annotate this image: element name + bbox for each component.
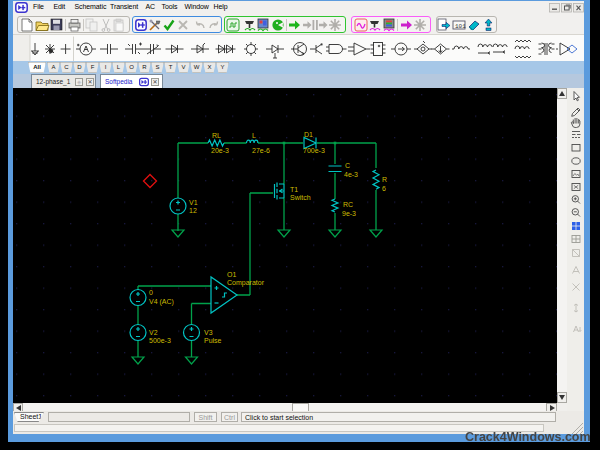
svg-text:9e-3: 9e-3: [342, 210, 356, 217]
svg-text:Switch: Switch: [290, 194, 311, 201]
svg-text:6: 6: [382, 185, 386, 192]
svg-text:Pulse: Pulse: [204, 337, 222, 344]
svg-text:O1: O1: [227, 271, 236, 278]
svg-text:V2: V2: [149, 329, 158, 336]
svg-text:27e-6: 27e-6: [252, 147, 270, 154]
svg-text:20e-3: 20e-3: [211, 147, 229, 154]
svg-text:0: 0: [149, 289, 153, 296]
svg-text:Comparator: Comparator: [227, 279, 265, 287]
svg-text:RC: RC: [343, 201, 353, 208]
svg-text:L: L: [252, 132, 256, 139]
svg-text:101: 101: [455, 23, 466, 30]
svg-text:RL: RL: [212, 132, 221, 139]
svg-text:V1: V1: [189, 199, 198, 206]
svg-text:T1: T1: [290, 186, 298, 193]
svg-text:C: C: [345, 162, 350, 169]
svg-text:12: 12: [189, 207, 197, 214]
svg-text:V3: V3: [204, 329, 213, 336]
svg-text:D1: D1: [304, 131, 313, 138]
svg-text:500e-3: 500e-3: [149, 337, 171, 344]
svg-text:V4 (AC): V4 (AC): [149, 298, 174, 306]
svg-text:700e-3: 700e-3: [303, 147, 325, 154]
svg-text:R: R: [382, 176, 387, 183]
svg-text:4e-3: 4e-3: [344, 171, 358, 178]
